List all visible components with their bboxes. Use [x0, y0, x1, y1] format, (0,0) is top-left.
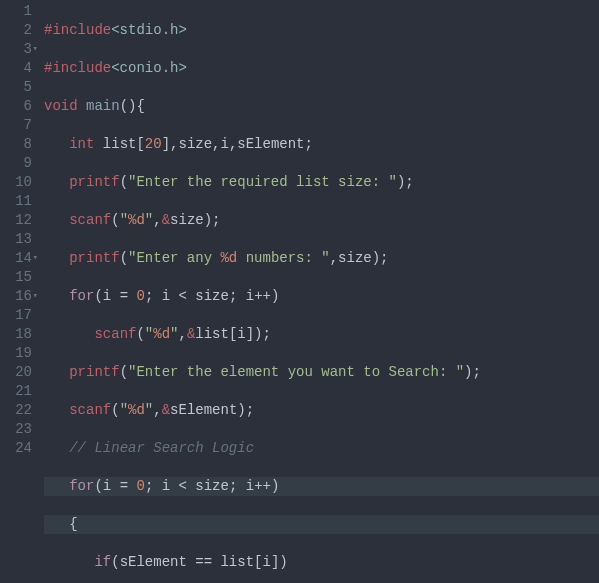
line-number: 16▾: [6, 287, 32, 306]
line-number: 21: [6, 382, 32, 401]
line-number: 7: [6, 116, 32, 135]
line-number: 15: [6, 268, 32, 287]
code-line: {: [44, 515, 599, 534]
line-number: 11: [6, 192, 32, 211]
line-number: 17: [6, 306, 32, 325]
line-number: 13: [6, 230, 32, 249]
code-line: scanf("%d",&sElement);: [44, 401, 599, 420]
line-number: 10: [6, 173, 32, 192]
line-number: 18: [6, 325, 32, 344]
line-number-gutter: 1 2 3▾ 4 5 6 7 8 9 10 11 12 13 14▾ 15 16…: [0, 0, 40, 583]
line-number: 5: [6, 78, 32, 97]
code-line: if(sElement == list[i]): [44, 553, 599, 572]
line-number: 24: [6, 439, 32, 458]
line-number: 23: [6, 420, 32, 439]
fold-marker-icon[interactable]: ▾: [33, 287, 38, 306]
code-line: scanf("%d",&list[i]);: [44, 325, 599, 344]
line-number: 3▾: [6, 40, 32, 59]
code-area[interactable]: #include<stdio.h> #include<conio.h> void…: [40, 0, 599, 583]
fold-marker-icon[interactable]: ▾: [33, 40, 38, 59]
code-line: void main(){: [44, 97, 599, 116]
code-line: #include<stdio.h>: [44, 21, 599, 40]
code-line: #include<conio.h>: [44, 59, 599, 78]
code-editor: 1 2 3▾ 4 5 6 7 8 9 10 11 12 13 14▾ 15 16…: [0, 0, 599, 583]
code-line: printf("Enter any %d numbers: ",size);: [44, 249, 599, 268]
line-number: 2: [6, 21, 32, 40]
line-number: 1: [6, 2, 32, 21]
line-number: 22: [6, 401, 32, 420]
line-number: 6: [6, 97, 32, 116]
code-line: int list[20],size,i,sElement;: [44, 135, 599, 154]
code-line: for(i = 0; i < size; i++): [44, 287, 599, 306]
line-number: 19: [6, 344, 32, 363]
code-line: printf("Enter the required list size: ")…: [44, 173, 599, 192]
line-number: 20: [6, 363, 32, 382]
fold-marker-icon[interactable]: ▾: [33, 249, 38, 268]
code-line: // Linear Search Logic: [44, 439, 599, 458]
code-line: scanf("%d",&size);: [44, 211, 599, 230]
line-number: 8: [6, 135, 32, 154]
code-line: printf("Enter the element you want to Se…: [44, 363, 599, 382]
line-number: 4: [6, 59, 32, 78]
line-number: 12: [6, 211, 32, 230]
line-number: 9: [6, 154, 32, 173]
code-line: for(i = 0; i < size; i++): [44, 477, 599, 496]
line-number: 14▾: [6, 249, 32, 268]
